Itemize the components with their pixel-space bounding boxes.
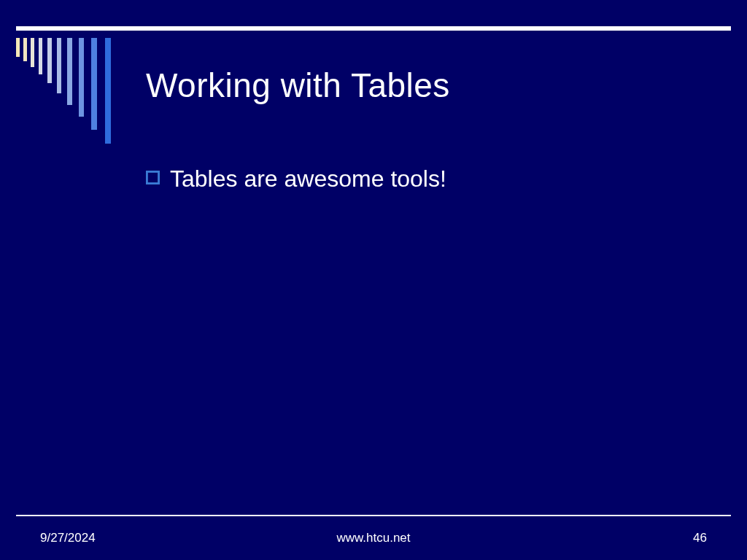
decorative-bar (47, 38, 52, 83)
slide-title: Working with Tables (146, 66, 450, 105)
bottom-horizontal-rule (16, 515, 731, 516)
decorative-bar (91, 38, 97, 130)
decorative-bars (16, 38, 125, 147)
decorative-bar (31, 38, 34, 67)
decorative-bar (16, 38, 20, 57)
slide-footer: 9/27/2024 www.htcu.net 46 (0, 524, 747, 545)
square-bullet-icon (146, 171, 160, 187)
decorative-bar (39, 38, 42, 74)
footer-center: www.htcu.net (0, 531, 747, 545)
footer-page-number: 46 (693, 531, 707, 545)
decorative-bar (57, 38, 61, 93)
top-horizontal-rule (16, 26, 731, 31)
decorative-bar (105, 38, 111, 144)
decorative-bar (79, 38, 84, 117)
decorative-bar (23, 38, 27, 61)
bullet-item: Tables are awesome tools! (146, 164, 703, 193)
bullet-text: Tables are awesome tools! (170, 164, 446, 193)
svg-rect-0 (147, 171, 158, 183)
slide-body: Tables are awesome tools! (146, 164, 703, 193)
decorative-bar (67, 38, 72, 105)
